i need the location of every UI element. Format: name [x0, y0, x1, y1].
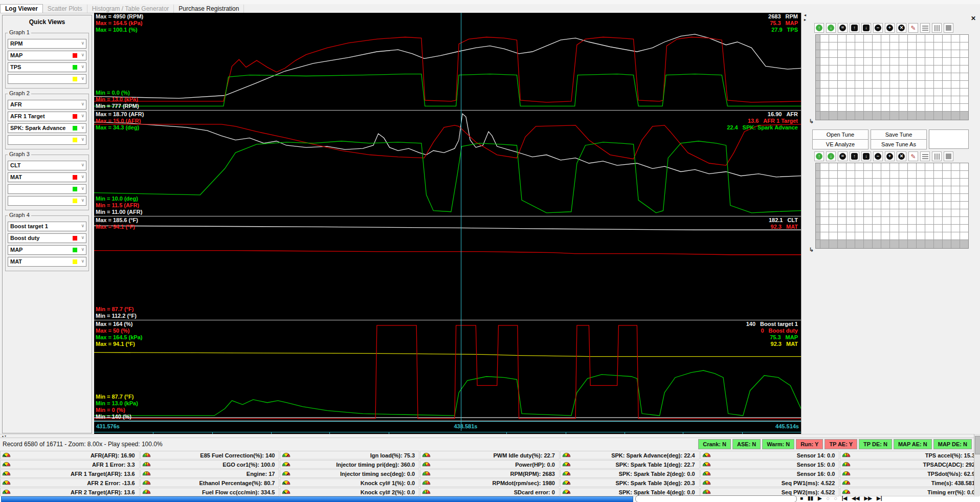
- table-cell[interactable]: [899, 232, 907, 239]
- table-cell[interactable]: [820, 186, 829, 193]
- table-cell[interactable]: [908, 225, 916, 232]
- table-cell[interactable]: [855, 232, 863, 239]
- table-cell[interactable]: [917, 163, 925, 170]
- table-cell[interactable]: [934, 66, 942, 73]
- table-cell[interactable]: [960, 171, 968, 178]
- play-button[interactable]: ▶: [818, 495, 822, 501]
- open-tune-button[interactable]: Open Tune: [812, 129, 868, 140]
- graph2-series-4-select[interactable]: ∨: [8, 135, 86, 145]
- table-cell[interactable]: [820, 179, 829, 186]
- table-cell[interactable]: [925, 50, 933, 57]
- table-cell[interactable]: [951, 58, 960, 65]
- table-cell[interactable]: [899, 209, 907, 216]
- seek-field[interactable]: [635, 495, 797, 502]
- table-cell[interactable]: [943, 73, 951, 80]
- table-cell[interactable]: [873, 89, 881, 96]
- table-cell[interactable]: [890, 225, 898, 232]
- table-cell[interactable]: [951, 232, 960, 239]
- table-cell[interactable]: [899, 66, 907, 73]
- table-cell[interactable]: [881, 179, 889, 186]
- graph-panel-1[interactable]: Max = 4950 (RPM)Max = 164.5 (kPa)Max = 1…: [94, 13, 801, 111]
- table-cell[interactable]: [855, 179, 863, 186]
- table-cell[interactable]: [917, 66, 925, 73]
- table-cell[interactable]: [934, 35, 942, 42]
- table-cell[interactable]: [951, 202, 960, 209]
- table-cell[interactable]: [908, 66, 916, 73]
- table-cell[interactable]: [908, 232, 916, 239]
- table-cell[interactable]: [873, 209, 881, 216]
- table-cell[interactable]: [820, 225, 829, 232]
- graph3-series-2-select[interactable]: MAT∨: [8, 172, 86, 182]
- graph3-series-1-select[interactable]: CLT∨: [8, 161, 86, 170]
- pause-button[interactable]: ▮▮: [808, 495, 813, 501]
- pencil-edit-icon[interactable]: ✎: [908, 151, 918, 161]
- table-cell[interactable]: [925, 194, 933, 201]
- table-cell[interactable]: [838, 194, 846, 201]
- table-cell[interactable]: [960, 209, 968, 216]
- graph1-series-2-select[interactable]: MAP∨: [8, 51, 86, 60]
- table-cell[interactable]: [890, 171, 898, 178]
- table-cell[interactable]: [838, 89, 846, 96]
- table-cell[interactable]: [917, 73, 925, 80]
- table-cell[interactable]: [873, 35, 881, 42]
- table-cell[interactable]: [951, 163, 960, 170]
- decrement-icon[interactable]: −: [873, 151, 883, 161]
- table-header-cell[interactable]: [899, 240, 907, 248]
- table-cell[interactable]: [917, 42, 925, 50]
- table-cell[interactable]: [864, 73, 872, 80]
- table-cell[interactable]: [943, 163, 951, 170]
- shift-up-icon[interactable]: ↑: [850, 23, 859, 33]
- table-cell[interactable]: [820, 96, 829, 103]
- table-cell[interactable]: [847, 179, 855, 186]
- playback-progress-bar[interactable]: [1, 496, 633, 502]
- table-cell[interactable]: [925, 232, 933, 239]
- table-header-cell[interactable]: [960, 112, 968, 120]
- vertical-scrollbar[interactable]: [974, 434, 980, 495]
- table-cell[interactable]: [820, 202, 829, 209]
- table-cell[interactable]: [951, 179, 960, 186]
- table-cell[interactable]: [864, 202, 872, 209]
- table-cell[interactable]: [899, 58, 907, 65]
- table-cell[interactable]: [873, 225, 881, 232]
- table-header-cell[interactable]: [855, 240, 863, 248]
- table-cell[interactable]: [960, 232, 968, 239]
- loop-a-button[interactable]: ◌: [827, 495, 830, 501]
- table-cell[interactable]: [934, 96, 942, 103]
- table-cell[interactable]: [960, 217, 968, 224]
- table-header-cell[interactable]: [816, 50, 820, 57]
- table-cell[interactable]: [838, 73, 846, 80]
- table-header-cell[interactable]: [816, 58, 820, 65]
- table-cell[interactable]: [899, 89, 907, 96]
- table-cell[interactable]: [855, 96, 863, 103]
- table-cell[interactable]: [890, 209, 898, 216]
- table-cell[interactable]: [820, 194, 829, 201]
- table-cell[interactable]: [951, 194, 960, 201]
- splitter-arrow-icon[interactable]: ◄: [801, 13, 809, 17]
- table-cell[interactable]: [820, 81, 829, 88]
- table-cell[interactable]: [943, 209, 951, 216]
- table-cell[interactable]: [847, 217, 855, 224]
- table-cell[interactable]: [820, 171, 829, 178]
- table-cell[interactable]: [943, 66, 951, 73]
- table-header-cell[interactable]: [816, 217, 820, 224]
- column-select-icon[interactable]: [932, 23, 942, 33]
- table-header-cell[interactable]: [816, 186, 820, 193]
- table-cell[interactable]: [934, 194, 942, 201]
- log-graph-area[interactable]: Max = 4950 (RPM)Max = 164.5 (kPa)Max = 1…: [94, 13, 801, 434]
- table-cell[interactable]: [864, 232, 872, 239]
- insert-up-green-icon[interactable]: ↑: [814, 151, 824, 161]
- table-header-cell[interactable]: [943, 112, 951, 120]
- graph4-series-1-select[interactable]: Boost target 1∨: [8, 222, 86, 231]
- save-tune-as-button[interactable]: Save Tune As: [871, 139, 927, 149]
- table-cell[interactable]: [881, 66, 889, 73]
- table-cell[interactable]: [943, 179, 951, 186]
- table-cell[interactable]: [881, 50, 889, 57]
- table-cell[interactable]: [855, 163, 863, 170]
- table-cell[interactable]: [873, 81, 881, 88]
- table-cell[interactable]: [847, 73, 855, 80]
- table-cell[interactable]: [934, 202, 942, 209]
- graph3-series-4-select[interactable]: ∨: [8, 196, 86, 206]
- table-cell[interactable]: [890, 104, 898, 111]
- table-cell[interactable]: [838, 66, 846, 73]
- table-cell[interactable]: [847, 96, 855, 103]
